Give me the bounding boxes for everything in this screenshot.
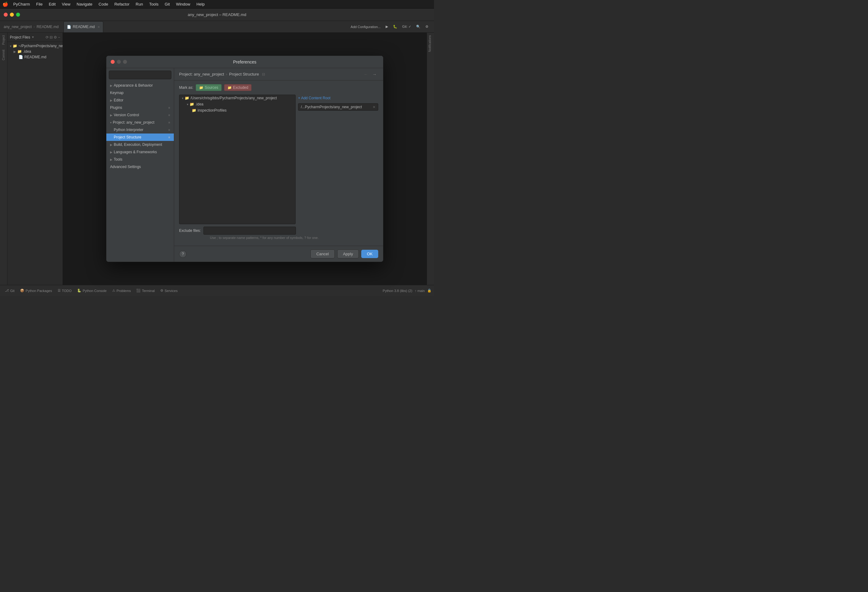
prefs-bc-structure: Project Structure bbox=[229, 72, 259, 77]
ft-idea-folder-icon: 📁 bbox=[190, 102, 194, 106]
ft-inspection-item[interactable]: 📁 inspectionProfiles bbox=[179, 107, 295, 114]
menu-tools[interactable]: Tools bbox=[147, 1, 161, 7]
bottom-python-console[interactable]: 🐍 Python Console bbox=[75, 287, 109, 294]
nav-keymap[interactable]: Keymap bbox=[106, 89, 174, 96]
nav-languages[interactable]: ▶ Languages & Frameworks bbox=[106, 148, 174, 156]
bottom-terminal[interactable]: ⬛ Terminal bbox=[134, 287, 157, 294]
exclude-hint: Use ; to separate name patterns, * for a… bbox=[179, 236, 378, 239]
bottom-python-packages[interactable]: 📦 Python Packages bbox=[18, 287, 55, 294]
cancel-button[interactable]: Cancel bbox=[310, 249, 334, 258]
run-button[interactable]: ▶ bbox=[384, 24, 390, 30]
nav-version-control[interactable]: ▶ Version Control ≡ bbox=[106, 111, 174, 119]
breadcrumb-separator: › bbox=[34, 25, 35, 29]
left-sidebar: Project Commit bbox=[0, 33, 7, 285]
python-console-label: Python Console bbox=[83, 289, 107, 292]
terminal-icon: ⬛ bbox=[136, 289, 140, 292]
breadcrumb-project[interactable]: any_new_project bbox=[4, 25, 32, 29]
project-sidebar-label[interactable]: Project bbox=[1, 33, 6, 47]
close-button[interactable] bbox=[4, 13, 8, 17]
nav-python-interpreter[interactable]: Python Interpreter ≡ bbox=[106, 126, 174, 133]
bottom-problems[interactable]: ⚠ Problems bbox=[110, 287, 133, 294]
breadcrumb-file[interactable]: README.md bbox=[37, 25, 59, 29]
minimize-panel-icon[interactable]: − bbox=[58, 35, 60, 40]
bottom-git[interactable]: ⎇ Git bbox=[3, 287, 17, 294]
debug-button[interactable]: 🐛 bbox=[391, 24, 399, 30]
tree-idea-label: .idea bbox=[23, 49, 31, 54]
ok-button[interactable]: OK bbox=[361, 250, 378, 258]
tree-readme-item[interactable]: 📄 README.md bbox=[7, 54, 63, 60]
nav-tools[interactable]: ▶ Tools bbox=[106, 156, 174, 163]
filter-icon[interactable]: ⚙ bbox=[54, 35, 57, 40]
git-button[interactable]: Git: ✓ bbox=[400, 24, 413, 30]
prefs-nav: ▶ Appearance & Behavior Keymap ▶ Editor … bbox=[106, 68, 174, 262]
ft-idea-item[interactable]: ▾ 📁 .idea bbox=[179, 101, 295, 107]
nav-plugins[interactable]: Plugins ≡ bbox=[106, 104, 174, 111]
project-tree: ▾ 📁 ~/PycharmProjects/any_new_project ▶ … bbox=[7, 42, 63, 285]
tree-idea-item[interactable]: ▶ 📁 .idea bbox=[7, 49, 63, 54]
menu-view[interactable]: View bbox=[59, 1, 73, 7]
project-dropdown-icon[interactable]: ▾ bbox=[32, 35, 34, 39]
collapse-icon[interactable]: ⊟ bbox=[50, 35, 53, 40]
search-button[interactable]: 🔍 bbox=[414, 24, 422, 30]
exclude-files-input[interactable] bbox=[204, 227, 296, 235]
minimize-button[interactable] bbox=[10, 13, 14, 17]
content-root-close-icon[interactable]: ✕ bbox=[373, 105, 375, 109]
mark-as-excluded-button[interactable]: 📁 Excluded bbox=[224, 84, 251, 91]
menu-git[interactable]: Git bbox=[162, 1, 172, 7]
menu-window[interactable]: Window bbox=[174, 1, 193, 7]
nav-editor-arrow: ▶ bbox=[110, 99, 112, 102]
add-configuration-button[interactable]: Add Configuration... bbox=[349, 24, 382, 30]
mark-as-sources-button[interactable]: 📁 Sources bbox=[196, 84, 221, 91]
nav-project[interactable]: ▾ Project: any_new_project ≡ bbox=[106, 119, 174, 126]
nav-appearance[interactable]: ▶ Appearance & Behavior bbox=[106, 82, 174, 89]
python-version-label[interactable]: Python 3.8 (libs) (2) bbox=[383, 289, 412, 292]
prefs-bc-project: Project: any_new_project bbox=[179, 72, 224, 77]
menu-help[interactable]: Help bbox=[194, 1, 207, 7]
menu-run[interactable]: Run bbox=[133, 1, 146, 7]
notifications-sidebar-label[interactable]: Notifications bbox=[427, 33, 433, 54]
tree-root-item[interactable]: ▾ 📁 ~/PycharmProjects/any_new_project bbox=[7, 43, 63, 49]
prefs-forward-button[interactable]: → bbox=[371, 71, 378, 78]
bottom-services[interactable]: ⚙ Services bbox=[158, 287, 180, 294]
apply-button[interactable]: Apply bbox=[337, 249, 359, 258]
add-content-root-button[interactable]: + Add Content Root bbox=[298, 94, 378, 102]
nav-project-badge: ≡ bbox=[168, 121, 170, 124]
tab-close-icon[interactable]: ✕ bbox=[97, 25, 100, 29]
nav-build[interactable]: ▶ Build, Execution, Deployment bbox=[106, 141, 174, 148]
commit-sidebar-label[interactable]: Commit bbox=[1, 47, 6, 63]
maximize-button[interactable] bbox=[16, 13, 20, 17]
help-button[interactable]: ? bbox=[179, 250, 186, 258]
apple-logo-icon: 🍎 bbox=[3, 1, 8, 7]
nav-editor[interactable]: ▶ Editor bbox=[106, 96, 174, 104]
sync-icon[interactable]: ⟳ bbox=[46, 35, 49, 40]
ft-inspection-folder-icon: 📁 bbox=[192, 108, 196, 112]
menu-navigate[interactable]: Navigate bbox=[74, 1, 95, 7]
menu-file[interactable]: File bbox=[34, 1, 45, 7]
settings-button[interactable]: ⚙ bbox=[424, 24, 430, 30]
python-packages-icon: 📦 bbox=[20, 289, 24, 292]
git-branch-label[interactable]: ↑ main bbox=[415, 289, 425, 292]
menu-pycharm[interactable]: PyCharm bbox=[11, 1, 32, 7]
root-folder-icon: 📁 bbox=[13, 44, 17, 48]
menu-code[interactable]: Code bbox=[96, 1, 111, 7]
modal-overlay: Preferences ▶ Appearance & Behavior Keym… bbox=[63, 33, 427, 285]
nav-project-structure[interactable]: Project Structure ≡ bbox=[106, 133, 174, 141]
prefs-back-button[interactable]: ← bbox=[362, 71, 370, 78]
ft-inspection-label: inspectionProfiles bbox=[198, 108, 227, 112]
ft-root-item[interactable]: ▾ 📁 /Users/chrisgibbs/PycharmProjects/an… bbox=[179, 95, 295, 101]
nav-advanced[interactable]: Advanced Settings bbox=[106, 163, 174, 171]
titlebar: any_new_project – README.md bbox=[0, 9, 434, 21]
dialog-close-button[interactable] bbox=[111, 60, 115, 64]
bottom-todo[interactable]: ☰ TODO bbox=[55, 287, 74, 294]
menu-refactor[interactable]: Refactor bbox=[112, 1, 132, 7]
menu-edit[interactable]: Edit bbox=[46, 1, 58, 7]
tab-readme[interactable]: 📄 README.md ✕ bbox=[63, 21, 103, 32]
ft-root-label: /Users/chrisgibbs/PycharmProjects/any_ne… bbox=[190, 96, 277, 100]
dialog-maximize-button[interactable] bbox=[123, 60, 127, 64]
prefs-search-input[interactable] bbox=[109, 71, 171, 79]
tree-root-label: ~/PycharmProjects/any_new_project bbox=[19, 44, 63, 48]
nav-vc-arrow: ▶ bbox=[110, 114, 112, 117]
idea-folder-icon: 📁 bbox=[17, 49, 22, 54]
dialog-minimize-button[interactable] bbox=[117, 60, 121, 64]
breadcrumb: any_new_project › README.md bbox=[1, 25, 61, 29]
